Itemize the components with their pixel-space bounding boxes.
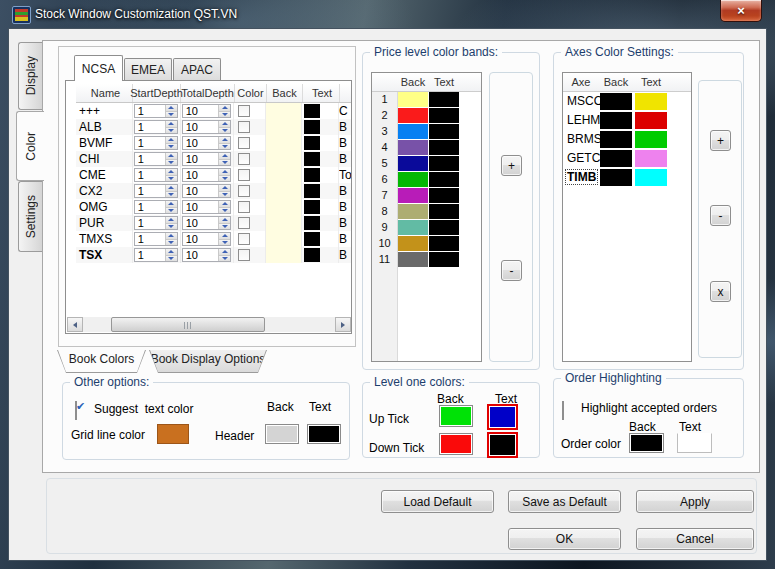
header-text-swatch[interactable] <box>307 424 341 444</box>
band-text-swatch[interactable] <box>429 108 459 123</box>
axe-text-swatch[interactable] <box>635 150 667 167</box>
spin-down-icon[interactable] <box>166 159 177 166</box>
band-text-swatch[interactable] <box>429 156 459 171</box>
band-back-swatch[interactable] <box>398 156 428 171</box>
spin-down-icon[interactable] <box>219 127 230 134</box>
band-text-swatch[interactable] <box>429 204 459 219</box>
band-text-swatch[interactable] <box>429 188 459 203</box>
color-checkbox[interactable] <box>238 105 250 117</box>
startdepth-value[interactable]: 1 <box>135 169 165 181</box>
add-axe-button[interactable]: + <box>710 130 731 151</box>
axe-back-swatch[interactable] <box>600 150 632 167</box>
band-text-swatch[interactable] <box>429 220 459 235</box>
cancel-button[interactable]: Cancel <box>636 528 754 550</box>
spin-down-icon[interactable] <box>219 159 230 166</box>
spin-down-icon[interactable] <box>219 255 230 262</box>
axe-text-swatch[interactable] <box>635 169 667 186</box>
grid-line-color-swatch[interactable] <box>157 424 189 444</box>
spin-down-icon[interactable] <box>219 175 230 182</box>
down-tick-back-swatch[interactable] <box>439 433 473 455</box>
back-color-cell[interactable] <box>266 151 302 167</box>
color-checkbox[interactable] <box>238 169 250 181</box>
text-color-cell[interactable] <box>302 167 339 183</box>
back-color-cell[interactable] <box>266 135 302 151</box>
spin-down-icon[interactable] <box>166 175 177 182</box>
startdepth-value[interactable]: 1 <box>135 121 165 133</box>
startdepth-stepper[interactable]: 1 <box>134 104 178 118</box>
close-button[interactable]: × <box>720 0 762 22</box>
spin-down-icon[interactable] <box>166 239 177 246</box>
text-color-cell[interactable] <box>302 135 339 151</box>
startdepth-stepper[interactable]: 1 <box>134 168 178 182</box>
back-color-cell[interactable] <box>266 103 302 119</box>
axe-back-swatch[interactable] <box>600 131 632 148</box>
tab-book-display-options[interactable]: Book Display Options <box>149 350 267 373</box>
axe-name[interactable]: BRMS <box>566 132 603 146</box>
startdepth-value[interactable]: 1 <box>135 233 165 245</box>
color-checkbox[interactable] <box>238 153 250 165</box>
text-color-cell[interactable] <box>302 215 339 231</box>
band-text-swatch[interactable] <box>429 140 459 155</box>
text-color-cell[interactable] <box>302 231 339 247</box>
band-text-swatch[interactable] <box>429 236 459 251</box>
band-back-swatch[interactable] <box>398 220 428 235</box>
highlight-accepted-orders-checkbox[interactable] <box>562 401 564 420</box>
band-back-swatch[interactable] <box>398 204 428 219</box>
totaldepth-value[interactable]: 10 <box>183 105 219 117</box>
startdepth-stepper[interactable]: 1 <box>134 200 178 214</box>
totaldepth-value[interactable]: 10 <box>183 201 219 213</box>
header-back[interactable]: Back <box>267 84 303 102</box>
up-tick-back-swatch[interactable] <box>439 405 473 427</box>
axe-text-swatch[interactable] <box>635 112 667 129</box>
color-checkbox[interactable] <box>238 121 250 133</box>
spin-down-icon[interactable] <box>219 207 230 214</box>
axe-name[interactable]: GETC <box>566 151 601 165</box>
text-color-cell[interactable] <box>302 183 339 199</box>
totaldepth-stepper[interactable]: 10 <box>182 136 232 150</box>
axe-name[interactable]: TIMB <box>566 170 597 184</box>
totaldepth-stepper[interactable]: 10 <box>182 152 232 166</box>
header-text[interactable]: Text <box>303 84 340 102</box>
apply-button[interactable]: Apply <box>636 490 754 513</box>
band-back-swatch[interactable] <box>398 252 428 267</box>
color-checkbox[interactable] <box>238 217 250 229</box>
spin-down-icon[interactable] <box>166 143 177 150</box>
tab-apac[interactable]: APAC <box>173 58 221 80</box>
back-color-cell[interactable] <box>266 231 302 247</box>
totaldepth-stepper[interactable]: 10 <box>182 200 232 214</box>
band-back-swatch[interactable] <box>398 124 428 139</box>
back-color-cell[interactable] <box>266 199 302 215</box>
totaldepth-stepper[interactable]: 10 <box>182 248 232 262</box>
spin-down-icon[interactable] <box>166 223 177 230</box>
startdepth-value[interactable]: 1 <box>135 153 165 165</box>
load-default-button[interactable]: Load Default <box>381 490 494 513</box>
ok-button[interactable]: OK <box>508 528 621 550</box>
startdepth-stepper[interactable]: 1 <box>134 216 178 230</box>
totaldepth-value[interactable]: 10 <box>183 153 219 165</box>
back-color-cell[interactable] <box>266 247 302 263</box>
spin-down-icon[interactable] <box>166 111 177 118</box>
scroll-left-icon[interactable] <box>67 317 83 332</box>
back-color-cell[interactable] <box>266 183 302 199</box>
remove-band-button[interactable]: - <box>501 260 522 281</box>
totaldepth-value[interactable]: 10 <box>183 249 219 261</box>
header-color[interactable]: Color <box>235 84 267 102</box>
band-text-swatch[interactable] <box>429 92 459 107</box>
startdepth-value[interactable]: 1 <box>135 249 165 261</box>
delete-axe-button[interactable]: x <box>710 281 731 302</box>
header-startdepth[interactable]: StartDepth <box>133 84 181 102</box>
axe-back-swatch[interactable] <box>600 169 632 186</box>
add-band-button[interactable]: + <box>501 155 522 176</box>
header-name[interactable]: Name <box>76 84 133 102</box>
totaldepth-stepper[interactable]: 10 <box>182 120 232 134</box>
axe-name[interactable]: MSCO <box>566 94 604 108</box>
scrollbar-track[interactable] <box>83 317 335 332</box>
axe-back-swatch[interactable] <box>600 112 632 129</box>
color-checkbox[interactable] <box>238 185 250 197</box>
save-as-default-button[interactable]: Save as Default <box>508 490 621 513</box>
tab-emea[interactable]: EMEA <box>124 58 172 80</box>
startdepth-stepper[interactable]: 1 <box>134 136 178 150</box>
band-text-swatch[interactable] <box>429 124 459 139</box>
startdepth-stepper[interactable]: 1 <box>134 232 178 246</box>
text-color-cell[interactable] <box>302 103 339 119</box>
